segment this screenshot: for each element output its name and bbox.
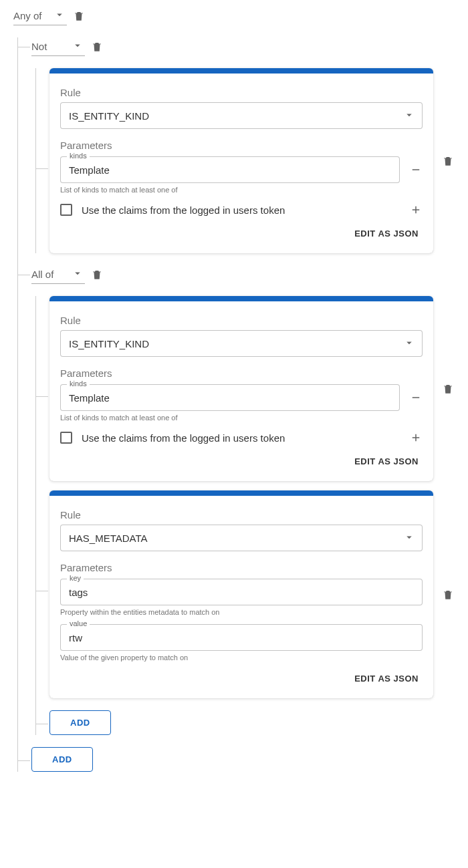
operator-dropdown[interactable]: Any of [13, 7, 67, 25]
params-section-label: Parameters [60, 140, 423, 151]
operator-dropdown[interactable]: Not [31, 37, 85, 56]
rule-select[interactable]: IS_ENTITY_KIND [60, 330, 423, 357]
field-label: key [67, 574, 84, 582]
edit-as-json-button[interactable]: EDIT AS JSON [350, 225, 423, 243]
rule-value: IS_ENTITY_KIND [69, 110, 149, 122]
chevron-down-icon [403, 109, 415, 123]
rule-card: Rule HAS_METADATA Parameters key [49, 490, 433, 698]
chevron-down-icon [53, 9, 66, 23]
rule-card: Rule IS_ENTITY_KIND Parameters kinds [49, 68, 433, 253]
params-section-label: Parameters [60, 562, 423, 573]
chevron-down-icon [403, 531, 415, 545]
chevron-down-icon [403, 337, 415, 351]
use-claims-checkbox[interactable] [60, 204, 72, 216]
rule-section-label: Rule [60, 87, 423, 98]
chevron-down-icon [72, 267, 84, 281]
field-label: value [67, 619, 90, 627]
card-accent-bar [49, 296, 433, 301]
field-helper: List of kinds to match at least one of [60, 186, 423, 194]
field-helper: Property within the entities metadata to… [60, 608, 423, 616]
field-helper: Value of the given property to match on [60, 654, 423, 662]
card-accent-bar [49, 68, 433, 74]
field-helper: List of kinds to match at least one of [60, 414, 423, 422]
add-rule-button[interactable]: ADD [49, 710, 111, 735]
add-field-button[interactable] [409, 203, 423, 216]
add-field-button[interactable] [409, 431, 423, 444]
edit-as-json-button[interactable]: EDIT AS JSON [350, 452, 423, 470]
use-claims-checkbox[interactable] [60, 432, 72, 444]
delete-group-button[interactable] [90, 268, 104, 281]
rule-section-label: Rule [60, 315, 423, 326]
params-section-label: Parameters [60, 368, 423, 379]
rule-value: IS_ENTITY_KIND [69, 338, 149, 349]
use-claims-label: Use the claims from the logged in users … [82, 204, 400, 216]
rule-select[interactable]: IS_ENTITY_KIND [60, 102, 423, 129]
key-input[interactable] [60, 579, 423, 605]
field-label: kinds [67, 380, 90, 388]
field-label: kinds [67, 152, 90, 160]
operator-label: Not [31, 41, 47, 52]
rule-card: Rule IS_ENTITY_KIND Parameters kinds [49, 296, 433, 481]
remove-field-button[interactable] [409, 163, 423, 176]
use-claims-label: Use the claims from the logged in users … [82, 432, 400, 444]
kinds-input[interactable] [60, 384, 400, 411]
card-accent-bar [49, 490, 433, 496]
delete-card-button[interactable] [441, 588, 455, 601]
remove-field-button[interactable] [409, 391, 423, 404]
delete-group-button[interactable] [72, 9, 86, 23]
rule-value: HAS_METADATA [69, 533, 148, 544]
add-group-button[interactable]: ADD [31, 747, 93, 772]
edit-as-json-button[interactable]: EDIT AS JSON [350, 670, 423, 688]
value-input[interactable] [60, 624, 423, 651]
chevron-down-icon [72, 39, 84, 53]
operator-label: All of [31, 269, 53, 280]
operator-label: Any of [13, 10, 42, 21]
rule-section-label: Rule [60, 509, 423, 521]
delete-card-button[interactable] [441, 382, 455, 396]
delete-card-button[interactable] [441, 154, 455, 168]
rule-select[interactable]: HAS_METADATA [60, 525, 423, 551]
operator-dropdown[interactable]: All of [31, 265, 85, 284]
kinds-input[interactable] [60, 156, 400, 183]
delete-group-button[interactable] [90, 40, 104, 53]
